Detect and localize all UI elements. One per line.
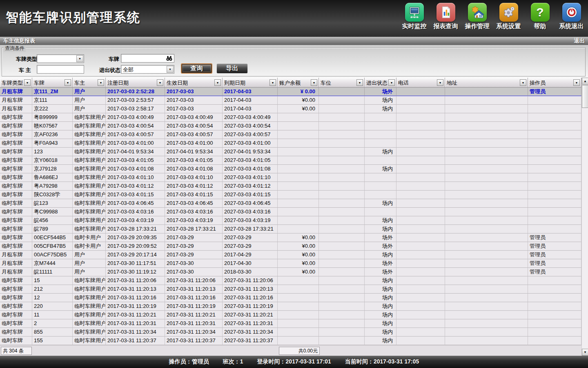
column-header[interactable]: 车位▼ — [319, 78, 365, 88]
column-header[interactable]: 到期日期▼ — [223, 78, 278, 88]
toolbar-button-settings[interactable]: 系统设置 — [493, 3, 524, 30]
chevron-down-icon[interactable]: ▼ — [76, 55, 83, 62]
table-row[interactable]: 月租车牌京111用户2017-03-03 2:53:572017-03-0320… — [0, 96, 581, 105]
table-row[interactable]: 临时车牌15临时车牌用户2017-03-31 11:20:062017-03-3… — [0, 276, 581, 285]
plate-type-select[interactable]: ▼ — [37, 54, 84, 63]
column-header[interactable]: 地址▼ — [445, 78, 528, 88]
binoculars-search-icon[interactable] — [166, 55, 173, 63]
export-button[interactable]: 导出 — [216, 63, 248, 74]
table-row[interactable]: 临时车牌粤B99999临时车牌用户2017-03-03 4:00:492017-… — [0, 113, 581, 122]
filter-icon[interactable]: ▼ — [98, 79, 104, 86]
chevron-down-icon[interactable]: ▼ — [167, 66, 174, 73]
table-row[interactable]: 临时车牌赣K07567临时车牌用户2017-03-03 4:00:542017-… — [0, 122, 581, 130]
column-header[interactable]: 生效日期▼ — [165, 78, 223, 88]
column-header[interactable]: 车主▼ — [73, 78, 106, 88]
table-row[interactable]: 临时车牌京AF0236临时车牌用户2017-03-03 4:00:572017-… — [0, 130, 581, 139]
table-row[interactable]: 临时车牌皖123临时车牌用户2017-03-03 4:06:452017-03-… — [0, 199, 581, 208]
table-row[interactable]: 临时车牌粤C99988临时车牌用户2017-03-03 4:03:162017-… — [0, 208, 581, 216]
table-row[interactable]: 临时车牌855临时车牌用户2017-03-31 11:20:342017-03-… — [0, 328, 581, 337]
filter-icon[interactable]: ▼ — [157, 79, 163, 86]
search-button[interactable]: 查询 — [181, 63, 212, 74]
table-row[interactable]: 临时车牌005CFB47B5临时卡用户2017-03-29 20:09:5220… — [0, 242, 581, 251]
table-cell: 用户 — [73, 268, 106, 276]
table-row[interactable]: 临时车牌212临时车牌用户2017-03-31 11:20:132017-03-… — [0, 285, 581, 294]
table-row[interactable]: 临时车牌京J79128临时车牌用户2017-03-03 4:01:082017-… — [0, 165, 581, 173]
table-row[interactable]: 临时车牌皖456临时车牌用户2017-03-03 4:03:192017-03-… — [0, 216, 581, 225]
scroll-down-icon[interactable]: ▼ — [582, 349, 588, 356]
table-row[interactable]: 临时车牌220临时车牌用户2017-03-31 11:20:192017-03-… — [0, 302, 581, 311]
table-cell — [396, 148, 445, 156]
toolbar-button-help[interactable]: ? 帮助 — [524, 3, 556, 30]
table-row[interactable]: 临时车牌陕C0328学临时车牌用户2017-03-03 4:01:152017-… — [0, 191, 581, 199]
scroll-up-icon[interactable]: ▲ — [582, 78, 588, 85]
table-cell — [319, 294, 365, 302]
table-cell: 00ACF75DB5 — [32, 251, 73, 259]
owner-input[interactable] — [37, 65, 84, 74]
table-row[interactable]: 临时车牌11临时车牌用户2017-03-31 11:20:212017-03-3… — [0, 311, 581, 319]
table-row[interactable]: 临时车牌皖789临时车牌用户2017-03-28 17:33:212017-03… — [0, 225, 581, 233]
table-row[interactable]: 临时车牌京Y06018临时车牌用户2017-03-03 4:01:052017-… — [0, 156, 581, 165]
table-cell — [528, 208, 581, 216]
filter-icon[interactable]: ▼ — [437, 79, 443, 86]
table-row[interactable]: 临时车牌12临时车牌用户2017-03-31 11:20:162017-03-3… — [0, 294, 581, 302]
column-header[interactable]: 账户余额▼ — [278, 78, 319, 88]
column-header[interactable]: 电话▼ — [396, 78, 445, 88]
filter-icon[interactable]: ▼ — [356, 79, 363, 86]
filter-icon[interactable]: ▼ — [388, 79, 395, 86]
filter-icon[interactable]: ▼ — [520, 79, 526, 86]
table-cell: 皖123 — [32, 199, 73, 208]
exit-link[interactable]: 退出 — [574, 37, 585, 45]
table-cell — [319, 105, 365, 113]
column-header[interactable]: 注册日期▼ — [106, 78, 165, 88]
table-cell: 2017-03-31 11:20:13 — [165, 285, 223, 294]
table-cell: 月租车牌 — [0, 105, 32, 113]
table-row[interactable]: 临时车牌粤A79298临时车牌用户2017-03-03 4:01:122017-… — [0, 182, 581, 191]
inout-status-select[interactable]: 全部 ▼ — [121, 65, 174, 74]
toolbar-button-monitor[interactable]: 实时监控 — [399, 3, 430, 30]
column-header[interactable]: 车牌▼ — [32, 78, 73, 88]
toolbar-button-exit[interactable]: 系统退出 — [556, 3, 587, 30]
column-header[interactable]: 车牌类型▼ — [0, 78, 32, 88]
filter-icon[interactable]: ▼ — [311, 79, 317, 86]
table-row[interactable]: 临时车牌155临时车牌用户2017-03-31 11:20:372017-03-… — [0, 337, 581, 345]
table-row[interactable]: 月租车牌京111_ZM用户2017-03-03 2:52:282017-03-0… — [0, 88, 581, 96]
table-cell — [319, 191, 365, 199]
table-cell: 管理员 — [528, 88, 581, 96]
table-row[interactable]: 月租车牌京M7444用户2017-03-30 11:17:512017-03-3… — [0, 259, 581, 268]
table-row[interactable]: 临时车牌鲁A686EJ临时车牌用户2017-03-03 4:01:102017-… — [0, 173, 581, 182]
table-row[interactable]: 临时车牌粤F0A943临时车牌用户2017-03-03 4:01:002017-… — [0, 139, 581, 148]
table-cell: 2017-03-03 4:01:12 — [165, 182, 223, 191]
toolbar-button-report[interactable]: 报表查询 — [430, 3, 461, 30]
table-cell: 2017-03-31 11:20:37 — [165, 337, 223, 345]
table-cell — [396, 173, 445, 182]
filter-icon[interactable]: ▼ — [24, 79, 31, 86]
filter-icon[interactable]: ▼ — [573, 79, 580, 86]
filter-icon[interactable]: ▼ — [270, 79, 276, 86]
table-row[interactable]: 临时车牌00ECF544B5临时卡用户2017-03-29 20:09:3520… — [0, 233, 581, 242]
filter-icon[interactable]: ▼ — [65, 79, 71, 86]
table-cell: 2017-03-03 4:01:08 — [106, 165, 165, 173]
table-cell: 临时车牌 — [0, 225, 32, 233]
table-cell — [319, 96, 365, 105]
table-row[interactable]: 月租车牌00ACF75DB5用户2017-03-29 20:17:142017-… — [0, 251, 581, 259]
plate-input[interactable] — [121, 54, 174, 63]
table-cell: ¥0.00 — [278, 105, 319, 113]
table-row[interactable]: 临时车牌123临时车牌用户2017-04-01 9:53:342017-04-0… — [0, 148, 581, 156]
table-row[interactable]: 月租车牌京222用户2017-03-03 2:58:172017-03-0320… — [0, 105, 581, 113]
column-header[interactable]: 进出状态▼ — [365, 78, 396, 88]
table-cell — [278, 276, 319, 285]
table-cell: 临时车牌 — [0, 302, 32, 311]
toolbar-button-operation[interactable]: 操作管理 — [461, 3, 493, 30]
table-cell — [396, 302, 445, 311]
scrollbar-thumb[interactable] — [582, 85, 588, 108]
table-cell: 2017-03-31 11:20:16 — [165, 294, 223, 302]
column-header[interactable]: 操作员▼ — [528, 78, 581, 88]
table-cell: 临时车牌 — [0, 328, 32, 337]
table-row[interactable]: 临时车牌2临时车牌用户2017-03-31 11:20:312017-03-31… — [0, 319, 581, 328]
filter-icon[interactable]: ▼ — [214, 79, 221, 86]
table-cell — [278, 156, 319, 165]
table-row[interactable]: 月租车牌皖11111用户2017-03-30 11:19:122017-03-3… — [0, 268, 581, 276]
table-cell — [445, 276, 528, 285]
vertical-scrollbar[interactable]: ▲ ▼ — [581, 78, 588, 356]
table-cell: 2027-03-03 4:01:15 — [223, 191, 278, 199]
